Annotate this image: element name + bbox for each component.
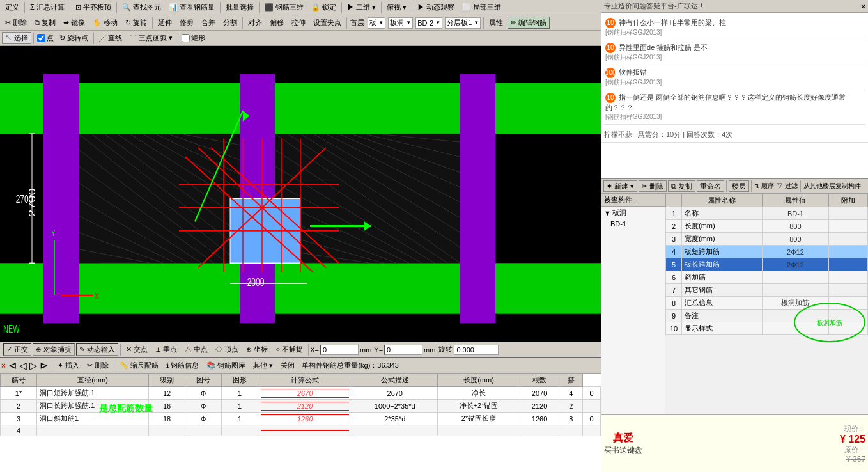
prop-cell-value[interactable]: 800 — [762, 233, 828, 246]
btn-move[interactable]: ✋ 移动 — [89, 17, 121, 29]
btn-next2[interactable]: ⊳ — [40, 359, 48, 372]
btn-line[interactable]: ╱ 直线 — [96, 32, 125, 44]
btn-batchsel[interactable]: 批量选择 — [222, 1, 257, 13]
btn-delete-row[interactable]: ✂ 删除 — [84, 359, 112, 372]
prop-cell-value[interactable] — [762, 284, 828, 297]
dropdown-code[interactable]: BD-2 — [415, 17, 442, 29]
btn-nosnap[interactable]: ○ 不捕捉 — [273, 343, 307, 356]
btn-ortho[interactable]: ✓ 正交 — [3, 343, 31, 356]
prop-cell-value[interactable]: 2Ф12 — [762, 258, 828, 271]
qa-item[interactable]: 10 指一侧还是 两侧全部的钢筋信息啊？？？这样定义的钢筋长度好像度通常的？？？… — [604, 90, 865, 125]
btn-editsteel[interactable]: ✏ 编辑钢筋 — [508, 17, 550, 29]
btn-perp[interactable]: ⊥ 垂点 — [152, 343, 180, 356]
prop-cell-value[interactable]: BD-1 — [762, 207, 828, 220]
btn-mid[interactable]: △ 中点 — [182, 343, 211, 356]
btn-dyninput[interactable]: ✎ 动态输入 — [76, 343, 118, 356]
btn-rotpoint[interactable]: ↻ 旋转点 — [56, 32, 91, 44]
btn-rename[interactable]: 重命名 — [697, 180, 724, 192]
btn-steel-lib[interactable]: 📚 钢筋图库 — [203, 359, 249, 372]
dropdown-floor[interactable]: 分层板1 — [445, 17, 481, 29]
btn-other[interactable]: 其他 ▾ — [250, 359, 276, 372]
btn-dynview[interactable]: ▶ 动态观察 — [414, 1, 458, 13]
btn-viewsteel[interactable]: 📊 查看钢筋量 — [166, 1, 218, 13]
btn-rotate[interactable]: ↻ 旋转 — [122, 17, 150, 29]
btn-partview[interactable]: ⬜ 局部三维 — [459, 1, 504, 13]
btn-top[interactable]: ◇ 顶点 — [212, 343, 242, 356]
btn-findfig[interactable]: 🔍 查找图元 — [119, 1, 164, 13]
btn-offset[interactable]: 偏移 — [267, 17, 287, 29]
btn-arc3[interactable]: ⌒ 三点画弧 ▾ — [127, 32, 176, 44]
table-row[interactable]: 1* 洞口短跨加强筋.1 12 Ф 1 2670 2670 净长 2070 4 … — [1, 387, 601, 400]
btn-close-bottom[interactable]: × — [1, 361, 6, 370]
input-y[interactable] — [384, 345, 422, 355]
input-x[interactable] — [320, 345, 359, 355]
tree-item-banddong[interactable]: ▼ 板洞 — [601, 207, 665, 219]
chk-rect[interactable]: 矩形 — [182, 33, 205, 43]
btn-extend[interactable]: 延伸 — [155, 17, 175, 29]
btn-copy[interactable]: ⧉ 复制 — [31, 17, 59, 29]
btn-insert-row[interactable]: ✦ 插入 — [54, 359, 82, 372]
btn-split[interactable]: 分割 — [220, 17, 240, 29]
btn-del[interactable]: ✂ 删除 — [639, 180, 667, 192]
prop-row[interactable]: 1 名称 BD-1 — [666, 207, 868, 220]
qa-item[interactable]: 10 异性里面de 箍筋和拉筋 是不 [钢筋抽样GGJ2013] — [604, 40, 865, 65]
btn-copy-prop[interactable]: ⧉ 复制 — [668, 180, 695, 192]
btn-flatboard[interactable]: ⊡ 平齐板顶 — [72, 1, 114, 13]
btn-prev1[interactable]: ⊲ — [8, 359, 17, 372]
cad-view[interactable]: 2700 — [0, 46, 601, 342]
btn-property[interactable]: 属性 — [486, 17, 506, 29]
btn-lock[interactable]: 🔒 锁定 — [308, 1, 339, 13]
btn-coord[interactable]: ⊕ 坐标 — [243, 343, 271, 356]
btn-merge[interactable]: 合并 — [198, 17, 219, 29]
btn-floor[interactable]: 楼层 — [729, 180, 749, 192]
btn-next1[interactable]: ▷ — [29, 359, 37, 372]
btn-select[interactable]: ↖ 选择 — [2, 32, 31, 44]
prop-row[interactable]: 7 其它钢筋 — [666, 284, 868, 297]
prop-cell-value[interactable]: 2Ф12 — [762, 246, 828, 258]
tree-child-bd1[interactable]: BD-1 — [601, 219, 665, 229]
dropdown-layer[interactable]: 板 — [368, 17, 385, 29]
btn-steel-info[interactable]: ℹ 钢筋信息 — [163, 359, 202, 372]
btn-intersect[interactable]: ✕ 交点 — [123, 343, 151, 356]
table-row[interactable]: 2 洞口长跨加强筋.1 16 Ф 1 2120 1000+2*35*d 净长+2… — [1, 400, 601, 413]
btn-steel3d[interactable]: ⬛ 钢筋三维 — [261, 1, 307, 13]
prop-cell-value[interactable] — [762, 310, 828, 322]
prop-row[interactable]: 8 汇总信息 板洞加筋 — [666, 297, 868, 310]
prop-row[interactable]: 4 板短跨加筋 2Ф12 — [666, 246, 868, 258]
btn-prev2[interactable]: ◁ — [19, 359, 27, 372]
btn-sum[interactable]: Σ 汇总计算 — [27, 1, 68, 13]
table-row[interactable]: 4 — [1, 425, 601, 436]
qa-item[interactable]: 100 软件报错 [钢筋抽样GGJ2013] — [604, 65, 865, 90]
input-rotate[interactable] — [454, 345, 499, 355]
btn-scale-bar[interactable]: 📏 缩尺配筋 — [116, 359, 162, 372]
chk-point[interactable]: 点 — [37, 33, 54, 43]
btn-define[interactable]: 定义 — [2, 1, 22, 13]
prop-row[interactable]: 9 备注 — [666, 310, 868, 322]
btn-snap[interactable]: ⊕ 对象捕捉 — [33, 343, 75, 356]
btn-setpoint[interactable]: 设置夹点 — [310, 17, 345, 29]
prop-row[interactable]: 2 长度(mm) 800 — [666, 220, 868, 233]
btn-align[interactable]: 对齐 — [245, 17, 265, 29]
prop-cell-value[interactable]: 板洞加筋 — [762, 297, 828, 310]
btn-topview[interactable]: 俯视 ▾ — [384, 1, 410, 13]
table-row[interactable]: 3 洞口斜加筋1 18 Ф 1 1260 2*35*d 2*锚固长度 1260 … — [1, 413, 601, 425]
btn-close-qa[interactable]: × — [862, 3, 865, 10]
qa-item[interactable]: 10 神有什么小一样 咱半常用的梁、柱 [钢筋抽样GGJ2013] — [604, 15, 865, 40]
btn-2d[interactable]: ▶ 二维 ▾ — [344, 1, 379, 13]
dropdown-type[interactable]: 板洞 — [388, 17, 413, 29]
prop-row[interactable]: 6 斜加筋 — [666, 271, 868, 284]
btn-copy-other-floor[interactable]: 从其他楼层复制构件 — [803, 182, 861, 191]
prop-cell-value[interactable] — [762, 271, 828, 284]
btn-stretch[interactable]: 拉伸 — [288, 17, 309, 29]
btn-mirror[interactable]: ⬌ 镜像 — [60, 17, 88, 29]
prop-cell-value[interactable] — [762, 322, 828, 335]
btn-delete[interactable]: ✂ 删除 — [2, 17, 30, 29]
prop-row[interactable]: 10 显示样式 — [666, 322, 868, 335]
btn-trim[interactable]: 修剪 — [176, 17, 197, 29]
prop-row[interactable]: 5 板长跨加筋 2Ф12 — [666, 258, 868, 271]
prop-cell-value[interactable]: 800 — [762, 220, 828, 233]
qa-item-tag: [钢筋抽样GGJ2013] — [605, 53, 864, 62]
btn-new[interactable]: ✦ 新建 ▾ — [603, 180, 637, 192]
btn-close-panel[interactable]: 关闭 — [277, 359, 298, 372]
prop-row[interactable]: 3 宽度(mm) 800 — [666, 233, 868, 246]
